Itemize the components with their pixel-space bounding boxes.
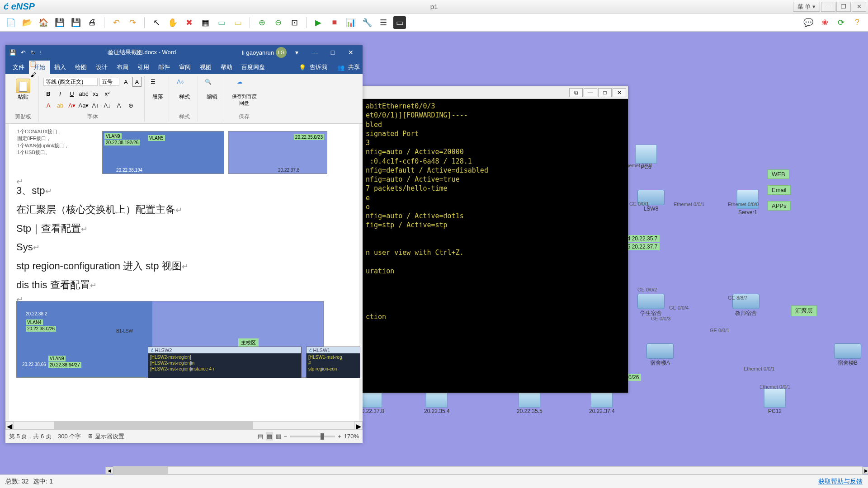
zoom-in-icon[interactable]: ⊕ xyxy=(255,16,268,29)
word-close-button[interactable]: ✕ xyxy=(343,47,359,58)
tab-file[interactable]: 文件 xyxy=(8,61,29,74)
view-mode-web-icon[interactable]: ▥ xyxy=(276,433,281,440)
view-mode-print-icon[interactable]: ▦ xyxy=(266,432,273,441)
tab-design[interactable]: 设计 xyxy=(91,61,112,74)
feedback-link[interactable]: 获取帮助与反馈 xyxy=(818,478,863,486)
open-icon[interactable]: 📂 xyxy=(21,16,33,29)
tab-review[interactable]: 审阅 xyxy=(175,61,195,74)
format-painter-icon[interactable]: 🖌 xyxy=(28,70,38,80)
scroll-left-icon[interactable]: ◀ xyxy=(105,467,113,474)
terminal-titlebar[interactable]: ⧉ — □ ✕ xyxy=(362,86,628,99)
list-icon[interactable]: ☰ xyxy=(377,16,390,29)
zoom-level[interactable]: 170% xyxy=(344,433,359,440)
saveall-icon[interactable]: 💾 xyxy=(70,16,82,29)
word-user-avatar[interactable]: LG xyxy=(276,47,287,58)
tool2-icon[interactable]: 🔧 xyxy=(361,16,373,29)
zoom-slider[interactable] xyxy=(290,436,335,437)
huawei-icon[interactable]: ❀ xyxy=(818,16,831,29)
note-icon[interactable]: ▭ xyxy=(231,16,244,29)
save-icon[interactable]: 💾 xyxy=(53,16,66,29)
doc-scroll-thumb[interactable] xyxy=(54,422,253,429)
capture-icon[interactable]: 📊 xyxy=(344,16,357,29)
zoom-in-button[interactable]: + xyxy=(338,433,341,440)
device-xueshenghuishe[interactable]: 学生宿舍 xyxy=(637,294,665,318)
font-name-select[interactable] xyxy=(43,78,98,86)
terminal-minimize-button[interactable]: — xyxy=(584,88,597,97)
tool-icon[interactable]: ▦ xyxy=(199,16,212,29)
terminal-output[interactable]: abitEthernet0/0/3 et0/0/1)][FORWARDING]-… xyxy=(362,99,628,393)
redo-icon[interactable]: ↷ xyxy=(126,16,139,29)
minimize-button[interactable]: — xyxy=(821,2,835,12)
fit-icon[interactable]: ⊡ xyxy=(288,16,301,29)
screen-icon[interactable]: ▭ xyxy=(393,16,406,29)
tab-help[interactable]: 帮助 xyxy=(216,61,237,74)
pan-icon[interactable]: ✋ xyxy=(166,16,179,29)
subscript-button[interactable]: x₂ xyxy=(90,89,100,99)
tab-view[interactable]: 视图 xyxy=(195,61,216,74)
font-size-select[interactable] xyxy=(99,78,119,86)
tab-insert[interactable]: 插入 xyxy=(50,61,71,74)
zoom-out-button[interactable]: − xyxy=(284,433,288,440)
italic-button[interactable]: I xyxy=(55,89,65,99)
change-case-button[interactable]: Aa▾ xyxy=(79,100,89,110)
word-titlebar[interactable]: 💾 ↶ ↻ ⁝ 验证结果截图.docx - Word li gaoyanrun … xyxy=(5,45,363,60)
zoom-out-icon[interactable]: ⊖ xyxy=(272,16,284,29)
grow-font-icon[interactable]: A xyxy=(121,77,131,87)
enclose-button[interactable]: ⊕ xyxy=(126,100,136,110)
undo-icon[interactable]: ↶ xyxy=(110,16,123,29)
word-document-area[interactable]: 1个CON/AUX接口， 固定8FE接口， 1个WAN侧uplink接口， 1个… xyxy=(5,124,363,429)
editing-button[interactable]: 🔍编辑 xyxy=(203,77,221,103)
home-icon[interactable]: 🏠 xyxy=(37,16,50,29)
word-undo-icon[interactable]: ↶ xyxy=(21,49,26,56)
word-minimize-button[interactable]: — xyxy=(307,47,323,58)
word-ribbon-opts-icon[interactable]: ▾ xyxy=(288,47,305,58)
word-maximize-button[interactable]: □ xyxy=(325,47,341,58)
canvas-hscrollbar[interactable]: ◀ ▶ xyxy=(113,466,863,474)
start-icon[interactable]: ▶ xyxy=(312,16,325,29)
clear-format-button[interactable]: A xyxy=(114,100,124,110)
font-box-icon[interactable]: A xyxy=(132,77,142,87)
terminal-maximize-button[interactable]: □ xyxy=(598,88,612,97)
highlight-button[interactable]: ab xyxy=(55,100,65,110)
rect-icon[interactable]: ▭ xyxy=(215,16,228,29)
tab-baidu[interactable]: 百度网盘 xyxy=(237,61,269,74)
superscript-button[interactable]: x² xyxy=(102,89,112,99)
strike-button[interactable]: abc xyxy=(79,89,89,99)
cut-icon[interactable]: ✂ xyxy=(28,48,38,58)
baidu-save-button[interactable]: ☁保存到百度网盘 xyxy=(229,77,259,108)
view-mode-read-icon[interactable]: ▤ xyxy=(258,433,263,440)
styles-button[interactable]: A⎀样式 xyxy=(174,77,195,103)
word-count[interactable]: 300 个字 xyxy=(58,432,81,441)
device-huisheloub[interactable]: 宿舍楼B xyxy=(834,343,861,367)
scroll-thumb[interactable] xyxy=(113,467,168,474)
new-icon[interactable]: 📄 xyxy=(5,16,17,29)
grow-font2-button[interactable]: A↑ xyxy=(90,100,100,110)
word-save-icon[interactable]: 💾 xyxy=(9,49,16,56)
tab-references[interactable]: 引用 xyxy=(133,61,154,74)
tab-mailings[interactable]: 邮件 xyxy=(154,61,175,74)
chat-icon[interactable]: 💬 xyxy=(802,16,815,29)
close-button[interactable]: ✕ xyxy=(852,2,866,12)
tab-layout[interactable]: 布局 xyxy=(112,61,133,74)
doc-scroll-left[interactable]: ◀ xyxy=(5,422,14,429)
device-pc12[interactable]: PC12 xyxy=(764,389,786,415)
tab-draw[interactable]: 绘图 xyxy=(71,61,91,74)
underline-button[interactable]: U xyxy=(67,89,77,99)
terminal-dock-button[interactable]: ⧉ xyxy=(569,88,583,97)
pointer-icon[interactable]: ↖ xyxy=(150,16,163,29)
display-settings[interactable]: 🖥 显示器设置 xyxy=(87,432,124,441)
help-icon[interactable]: ? xyxy=(851,16,863,29)
stop-icon[interactable]: ■ xyxy=(328,16,341,29)
refresh-icon[interactable]: ⟳ xyxy=(835,16,847,29)
terminal-close-button[interactable]: ✕ xyxy=(613,88,626,97)
bold-button[interactable]: B xyxy=(43,89,53,99)
ensp-menu-button[interactable]: 菜 单 ▾ xyxy=(793,2,820,12)
maximize-button[interactable]: ❐ xyxy=(836,2,851,12)
tell-me[interactable]: 告诉我 xyxy=(310,63,327,71)
copy-icon[interactable]: 📋 xyxy=(28,59,38,69)
font-color2-button[interactable]: A▾ xyxy=(67,100,77,110)
device-huisheloua[interactable]: 宿舍楼A xyxy=(646,343,674,367)
page-indicator[interactable]: 第 5 页，共 6 页 xyxy=(9,432,52,441)
paste-button[interactable]: 粘贴 xyxy=(10,77,36,103)
doc-scroll-right[interactable]: ▶ xyxy=(354,422,363,429)
